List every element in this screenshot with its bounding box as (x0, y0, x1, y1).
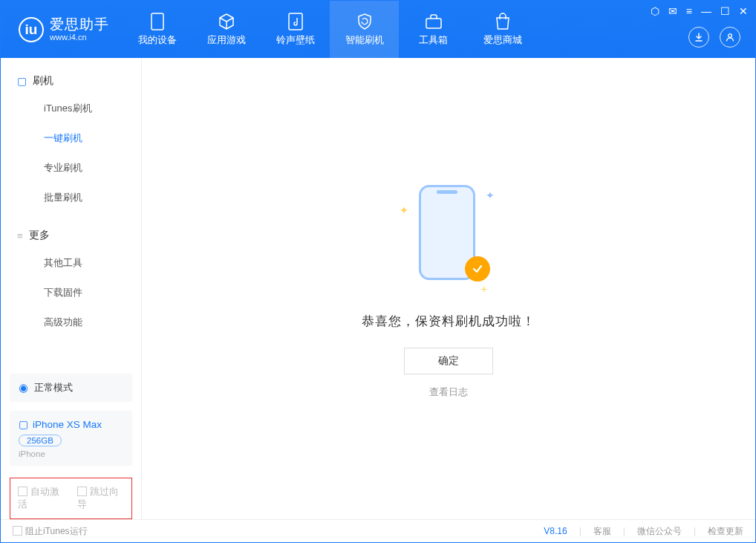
window-controls: ⬡ ✉ ≡ — ☐ ✕ (651, 5, 748, 17)
sidebar-group-flash: ▢ 刷机 iTunes刷机 一键刷机 专业刷机 批量刷机 (1, 58, 141, 212)
status-left: 阻止iTunes运行 (13, 525, 88, 538)
cube-icon (218, 13, 235, 30)
sidebar-item-other[interactable]: 其他工具 (1, 248, 141, 278)
check-badge-icon (465, 256, 490, 282)
sidebar-item-itunes[interactable]: iTunes刷机 (1, 94, 141, 123)
device-name: iPhone XS Max (33, 419, 102, 430)
download-button[interactable] (688, 27, 709, 48)
sidebar-title: 刷机 (33, 74, 53, 88)
main-panel: ✦ ✦ + 恭喜您，保资料刷机成功啦！ 确定 查看日志 (142, 58, 755, 519)
minimize-icon[interactable]: — (701, 5, 711, 17)
svg-rect-1 (289, 13, 302, 30)
status-right: V8.16 | 客服 | 微信公众号 | 检查更新 (544, 525, 743, 538)
top-nav: 我的设备 应用游戏 铃声壁纸 智能刷机 工具箱 爱思商城 (123, 1, 537, 58)
toolbox-icon (425, 13, 443, 30)
close-icon[interactable]: ✕ (739, 5, 748, 17)
sidebar-item-advanced[interactable]: 高级功能 (1, 308, 141, 337)
nav-label: 我的设备 (138, 33, 177, 47)
sidebar-item-pro[interactable]: 专业刷机 (1, 153, 141, 183)
checkbox-block-itunes[interactable]: 阻止iTunes运行 (13, 525, 88, 538)
nav-label: 工具箱 (419, 33, 448, 47)
nav-label: 智能刷机 (345, 33, 384, 47)
body-area: ▢ 刷机 iTunes刷机 一键刷机 专业刷机 批量刷机 ≡ 更多 其他工具 下… (1, 58, 755, 519)
checkbox-auto-activate[interactable]: 自动激活 (18, 486, 65, 511)
header: iu 爱思助手 www.i4.cn 我的设备 应用游戏 铃声壁纸 智能刷机 工具… (1, 1, 755, 58)
device-type: iPhone (19, 449, 123, 458)
device-capacity: 256GB (19, 435, 62, 446)
logo-area: iu 爱思助手 www.i4.cn (1, 17, 123, 42)
header-right-icons (688, 27, 740, 48)
options-row: 自动激活 跳过向导 (10, 478, 132, 519)
checkbox-skip-guide[interactable]: 跳过向导 (77, 486, 125, 511)
nav-apps[interactable]: 应用游戏 (192, 1, 261, 58)
sidebar-item-firmware[interactable]: 下载固件 (1, 278, 141, 308)
mode-label: 正常模式 (34, 381, 73, 394)
mode-icon: ◉ (19, 381, 28, 394)
device-name-row: ▢ iPhone XS Max (19, 418, 123, 430)
version-label: V8.16 (544, 526, 567, 536)
view-log-link[interactable]: 查看日志 (429, 386, 468, 399)
nav-label: 应用游戏 (207, 33, 246, 47)
user-button[interactable] (720, 27, 740, 48)
check-update-link[interactable]: 检查更新 (708, 525, 743, 538)
nav-flash[interactable]: 智能刷机 (330, 1, 399, 58)
nav-store[interactable]: 爱思商城 (468, 1, 537, 58)
wechat-link[interactable]: 微信公众号 (637, 525, 682, 538)
device-box[interactable]: ▢ iPhone XS Max 256GB iPhone (10, 411, 132, 466)
sidebar-title: 更多 (29, 229, 50, 242)
phone-outline-icon: ▢ (17, 75, 27, 87)
brand-url: www.i4.cn (50, 33, 109, 42)
sidebar-item-onekey[interactable]: 一键刷机 (1, 123, 141, 153)
brand: 爱思助手 www.i4.cn (50, 17, 109, 42)
ok-button[interactable]: 确定 (404, 348, 493, 374)
sidebar: ▢ 刷机 iTunes刷机 一键刷机 专业刷机 批量刷机 ≡ 更多 其他工具 下… (1, 58, 142, 519)
nav-ringtones[interactable]: 铃声壁纸 (261, 1, 330, 58)
nav-toolbox[interactable]: 工具箱 (399, 1, 468, 58)
phone-icon (149, 13, 166, 30)
list-icon: ≡ (17, 230, 23, 241)
mode-box[interactable]: ◉ 正常模式 (10, 374, 132, 402)
sidebar-header-flash: ▢ 刷机 (1, 68, 141, 94)
maximize-icon[interactable]: ☐ (720, 5, 730, 17)
svg-rect-2 (426, 19, 441, 28)
svg-point-3 (729, 34, 732, 38)
shirt-icon[interactable]: ⬡ (651, 5, 659, 17)
sparkle-icon: ✦ (486, 189, 495, 201)
nav-label: 铃声壁纸 (276, 33, 315, 47)
sidebar-group-more: ≡ 更多 其他工具 下载固件 高级功能 (1, 212, 141, 337)
sparkle-icon: + (481, 283, 487, 295)
success-illustration: ✦ ✦ + (404, 179, 493, 290)
sparkle-icon: ✦ (400, 204, 408, 216)
feedback-icon[interactable]: ✉ (668, 5, 677, 17)
logo-icon: iu (19, 17, 44, 42)
music-file-icon (287, 13, 304, 30)
device-icon: ▢ (19, 418, 28, 430)
brand-name: 爱思助手 (50, 17, 109, 33)
nav-my-device[interactable]: 我的设备 (123, 1, 192, 58)
nav-label: 爱思商城 (483, 33, 522, 47)
success-message: 恭喜您，保资料刷机成功啦！ (362, 313, 535, 330)
support-link[interactable]: 客服 (593, 525, 611, 538)
status-bar: 阻止iTunes运行 V8.16 | 客服 | 微信公众号 | 检查更新 (1, 519, 755, 542)
sidebar-header-more: ≡ 更多 (1, 223, 141, 248)
status-label: 阻止iTunes运行 (25, 526, 88, 536)
menu-icon[interactable]: ≡ (686, 5, 692, 17)
shield-refresh-icon (356, 13, 374, 30)
svg-rect-0 (151, 13, 163, 30)
bag-icon (494, 13, 512, 30)
sidebar-item-batch[interactable]: 批量刷机 (1, 183, 141, 212)
